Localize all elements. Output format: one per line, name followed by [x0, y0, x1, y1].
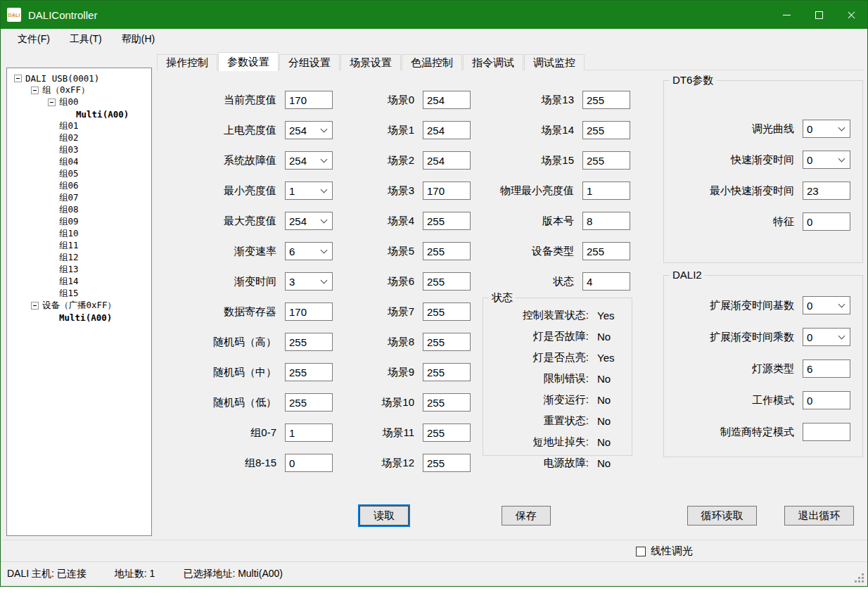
tree-item[interactable]: 组05	[7, 168, 151, 180]
tree-item[interactable]: Multi(A00)	[7, 108, 151, 120]
field-input[interactable]	[285, 363, 333, 381]
field-input[interactable]	[423, 121, 471, 139]
field-combobox[interactable]: 0	[803, 120, 850, 138]
field-input[interactable]	[803, 182, 850, 200]
field-label: 灯源类型	[671, 362, 794, 376]
field-combobox[interactable]: 0	[803, 296, 850, 314]
exit-loop-button[interactable]: 退出循环	[784, 506, 854, 526]
field-input[interactable]	[582, 151, 630, 170]
field-input[interactable]	[803, 391, 850, 409]
field-input[interactable]	[285, 333, 333, 351]
field-input[interactable]	[803, 359, 850, 378]
tree-item[interactable]: 组09	[7, 216, 151, 228]
tab-item[interactable]: 色温控制	[402, 54, 462, 70]
dt6-groupbox-title: DT6参数	[670, 74, 716, 87]
tree-item[interactable]: 组03	[7, 144, 151, 156]
field-input[interactable]	[803, 423, 850, 441]
field-input[interactable]	[285, 393, 333, 412]
minimize-button[interactable]	[770, 1, 803, 29]
field-input[interactable]	[423, 424, 471, 442]
field-input[interactable]	[423, 454, 471, 472]
field-combobox[interactable]: 0	[803, 328, 850, 346]
loop-read-button[interactable]: 循环读取	[687, 506, 757, 526]
field-input[interactable]	[285, 424, 333, 442]
tab-item[interactable]: 操作控制	[157, 54, 217, 70]
linear-dimming-option[interactable]: 线性调光	[636, 544, 693, 558]
field-combobox[interactable]: 6	[285, 242, 333, 260]
maximize-button[interactable]	[803, 1, 835, 29]
tree-item[interactable]: 组02	[7, 132, 151, 144]
menu-item[interactable]: 帮助(H)	[116, 31, 160, 48]
tree-item[interactable]: 组04	[7, 156, 151, 168]
tree-item[interactable]: 组08	[7, 204, 151, 216]
field-combobox[interactable]: 1	[285, 182, 333, 200]
field-input[interactable]	[285, 302, 333, 321]
tree-item[interactable]: 组13	[7, 264, 151, 276]
field-label: 版本号	[479, 215, 574, 228]
field-input[interactable]	[423, 212, 471, 230]
resize-grip-icon[interactable]	[862, 580, 864, 582]
field-combobox[interactable]: 254	[285, 212, 333, 230]
tab-item[interactable]: 参数设置	[218, 52, 279, 71]
tree-item[interactable]: 组15	[7, 288, 151, 300]
read-button[interactable]: 读取	[359, 506, 409, 526]
field-combobox[interactable]: 254	[285, 151, 333, 170]
field-input[interactable]	[423, 182, 471, 200]
collapse-expander-icon[interactable]	[14, 75, 22, 82]
field-input[interactable]	[423, 333, 471, 351]
field-input[interactable]	[285, 454, 333, 472]
field-combobox[interactable]: 3	[285, 272, 333, 291]
collapse-expander-icon[interactable]	[31, 87, 39, 94]
field-input[interactable]	[423, 91, 471, 109]
tree-item[interactable]: 组11	[7, 240, 151, 252]
tree-item-label: 组11	[59, 240, 79, 252]
tree-item[interactable]: 组07	[7, 192, 151, 204]
tree-item[interactable]: 组（0xFF）	[7, 84, 151, 96]
field-input[interactable]	[582, 121, 630, 139]
close-button[interactable]	[835, 1, 867, 29]
tab-item[interactable]: 指令调试	[463, 54, 523, 70]
collapse-expander-icon[interactable]	[48, 98, 56, 106]
field-input[interactable]	[803, 212, 850, 231]
field-input[interactable]	[285, 91, 333, 109]
field-label: 渐变时间	[170, 275, 276, 288]
tab-item[interactable]: 场景设置	[340, 54, 401, 70]
field-input[interactable]	[582, 212, 630, 230]
field-label: 组8-15	[170, 457, 276, 470]
tree-item[interactable]: 组14	[7, 276, 151, 288]
linear-dimming-checkbox[interactable]	[636, 547, 646, 556]
save-button[interactable]: 保存	[502, 506, 551, 526]
field-input[interactable]	[423, 393, 471, 412]
field-input[interactable]	[582, 242, 630, 260]
field-input[interactable]	[423, 272, 471, 291]
tree-item[interactable]: 组06	[7, 180, 151, 192]
status-rows: 控制装置状态:Yes灯是否故障:No灯是否点亮:Yes限制错误:No渐变运行:N…	[483, 305, 632, 473]
field-combobox[interactable]: 0	[803, 151, 850, 169]
tree-item[interactable]: 组12	[7, 252, 151, 264]
tree-item[interactable]: 组10	[7, 228, 151, 240]
field-combobox[interactable]: 254	[285, 121, 333, 139]
field-input[interactable]	[582, 272, 630, 291]
tree-item-label: 组15	[59, 288, 79, 300]
tree-item[interactable]: 组01	[7, 120, 151, 132]
statusbar: DALI 主机: 已连接 地址数: 1 已选择地址: Multi(A00)	[1, 561, 867, 586]
tree-item[interactable]: Multi(A00)	[7, 312, 151, 324]
tree-item[interactable]: 设备（广播0xFF）	[7, 300, 151, 312]
collapse-expander-icon[interactable]	[31, 302, 39, 310]
field-input[interactable]	[582, 91, 630, 109]
field-input[interactable]	[423, 363, 471, 381]
field-input[interactable]	[423, 151, 471, 170]
field-input[interactable]	[423, 242, 471, 260]
param-row: 场景11	[356, 424, 471, 442]
tree-item[interactable]: 组00	[7, 96, 151, 108]
status-value: No	[597, 373, 611, 385]
menu-item[interactable]: 工具(T)	[64, 31, 108, 48]
param-row: 场景8	[356, 333, 471, 351]
field-input[interactable]	[423, 302, 471, 321]
field-input[interactable]	[582, 182, 630, 200]
tab-item[interactable]: 分组设置	[279, 54, 340, 70]
param-row: 最小快速渐变时间	[671, 182, 862, 200]
tree-item[interactable]: DALI USB(0001)	[7, 72, 151, 84]
menu-item[interactable]: 文件(F)	[12, 31, 56, 48]
tab-item[interactable]: 调试监控	[524, 54, 585, 70]
